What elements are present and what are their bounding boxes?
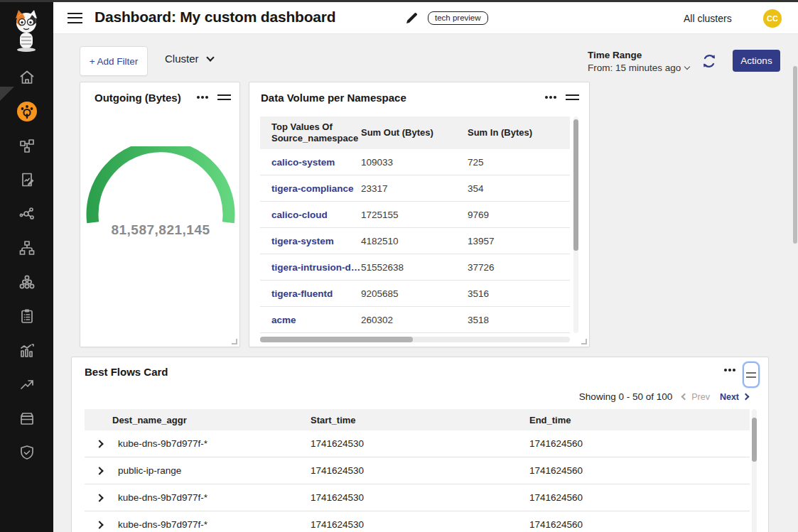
column-header: Dest_name_aggr [85,415,311,425]
dest-name: kube-dns-9b7d977f-* [118,492,207,503]
scrollbar-thumb[interactable] [260,337,413,342]
table-row: tigera-system 4182510 13957 [260,228,570,254]
sidebar-item-security[interactable] [0,435,53,469]
time-range-value-dropdown[interactable]: From: 15 minutes ago [588,63,689,73]
column-header: Sum In (Bytes) [468,127,559,139]
sum-out-value: 4182510 [361,236,468,246]
card-resize-handle[interactable] [581,339,587,344]
trends-icon [18,376,36,393]
sum-in-value: 9769 [468,210,559,220]
sum-in-value: 3516 [468,288,559,299]
page-scrollbar [793,34,797,532]
card-drag-handle-icon [746,372,756,378]
end-time: 1741624560 [529,519,721,530]
start-time: 1741624530 [311,519,529,530]
workloads-box-icon [18,410,36,427]
namespace-link[interactable]: tigera-intrusion-d… [271,262,360,273]
page-title: Dashboard: My custom dashboard [95,9,335,26]
best-flows-table: Dest_name_aggr Start_time End_time kube-… [85,409,750,532]
sidebar-item-analytics[interactable] [0,333,53,367]
outgoing-bytes-card: Outgoing (Bytes) 81,587,821,145 [80,82,240,347]
sidebar-item-service-graph[interactable] [0,129,53,163]
table-row: kube-dns-9b7d977f-* 1741624530 174162456… [85,484,750,511]
chevron-down-icon [684,64,690,70]
time-range-value: From: 15 minutes ago [588,63,681,73]
compliance-clipboard-icon [18,308,36,325]
card-title: Data Volume per Namespace [261,92,406,104]
card-drag-handle-icon[interactable] [566,94,579,100]
actions-button[interactable]: Actions [733,50,780,72]
app-root: Dashboard: My custom dashboard tech prev… [0,0,798,532]
sidebar-item-network-topology[interactable] [0,231,53,265]
table-row: calico-system 109033 725 [260,149,570,175]
card-menu-icon[interactable] [545,96,548,99]
dest-name: public-ip-range [118,465,181,476]
namespace-link[interactable]: acme [271,315,296,325]
column-header: Start_time [311,415,529,425]
chevron-down-icon [206,53,214,61]
add-filter-button[interactable]: + Add Filter [80,46,148,76]
table-horizontal-scrollbar [260,337,570,342]
service-graph-icon [18,137,36,154]
sidebar-item-trends[interactable] [0,367,53,401]
scrollbar-thumb[interactable] [752,418,757,462]
namespace-link[interactable]: calico-cloud [271,210,328,220]
cluster-dropdown[interactable]: Cluster [165,53,213,65]
sidebar-item-home[interactable] [0,60,53,94]
edit-pencil-icon[interactable] [404,11,419,26]
cluster-scope-selector[interactable]: All clusters [684,13,732,24]
sum-out-value: 51552638 [361,262,468,273]
table-row: calico-cloud 1725155 9769 [260,202,570,228]
card-resize-handle[interactable] [232,339,237,344]
chevron-right-icon [743,393,750,401]
start-time: 1741624530 [311,492,529,503]
gauge-value: 81,587,821,145 [80,222,241,238]
sum-in-value: 13957 [468,236,559,246]
dashboard-gauge-icon [16,101,38,122]
namespace-link[interactable]: tigera-system [271,236,334,246]
sidebar-item-workloads[interactable] [0,401,53,435]
sum-out-value: 1725155 [361,210,468,220]
sum-in-value: 37726 [468,262,559,273]
expand-row-chevron-icon[interactable] [95,521,103,528]
card-drag-handle-icon[interactable] [217,94,231,100]
namespace-link[interactable]: calico-system [271,157,335,168]
sidebar-item-clusters[interactable] [0,265,53,299]
expand-row-chevron-icon[interactable] [95,440,103,447]
scrollbar-thumb[interactable] [573,119,578,251]
sidebar-item-dashboards[interactable] [0,94,53,129]
showing-count: Showing 0 - 50 of 100 [579,391,672,402]
avatar[interactable]: CC [763,9,782,28]
hamburger-menu-icon[interactable] [68,13,82,23]
sum-in-value: 354 [468,183,559,194]
expand-row-chevron-icon[interactable] [95,494,103,501]
sidebar-item-compliance[interactable] [0,299,53,333]
table-header-row: Dest_name_aggr Start_time End_time [85,409,750,430]
end-time: 1741624560 [529,438,721,449]
prev-page-button[interactable]: Prev [682,392,710,402]
refresh-icon[interactable] [701,53,717,69]
header: Dashboard: My custom dashboard tech prev… [53,2,798,34]
table-row: public-ip-range 1741624530 1741624560 [85,457,750,484]
table-row: tigera-compliance 23317 354 [260,175,570,202]
end-time: 1741624560 [529,465,721,476]
next-page-button[interactable]: Next [720,392,748,402]
chevron-left-icon [681,393,689,401]
card-menu-icon[interactable] [724,369,727,371]
table-row: acme 260302 3518 [260,307,570,333]
expand-row-chevron-icon[interactable] [95,467,103,474]
scrollbar-thumb[interactable] [793,66,797,244]
card-title: Best Flows Card [85,366,168,378]
card-menu-icon[interactable] [197,96,200,99]
sidebar [0,2,53,532]
namespace-link[interactable]: tigera-fluentd [271,288,333,299]
table-row: kube-dns-9b7d977f-* 1741624530 174162456… [85,511,750,532]
sidebar-item-logs[interactable] [0,163,53,197]
sidebar-item-threat-graph[interactable] [0,197,53,231]
threat-graph-icon [18,205,36,222]
namespace-link[interactable]: tigera-compliance [271,183,354,194]
dest-name: kube-dns-9b7d977f-* [118,438,207,449]
table-vertical-scrollbar [752,409,757,532]
card-drag-handle-focused[interactable] [743,362,760,388]
security-shield-icon [18,444,36,461]
